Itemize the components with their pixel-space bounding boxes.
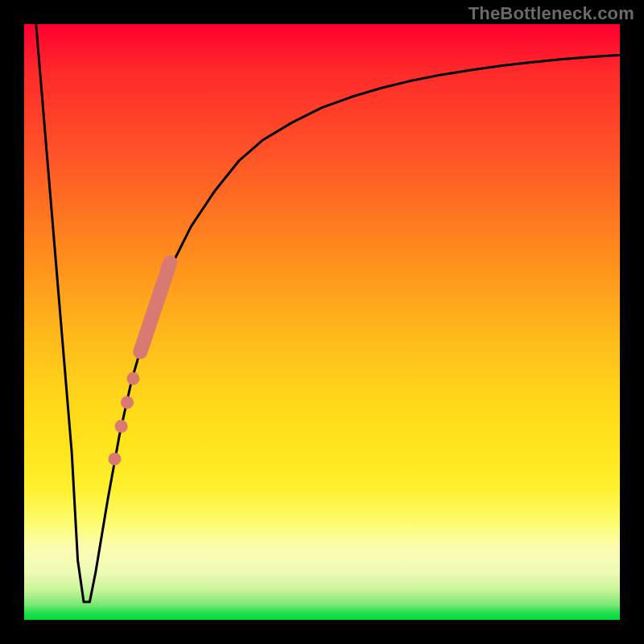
marker-segment [140, 262, 170, 352]
chart-stage: TheBottleneck.com [0, 0, 644, 644]
marker-dot-3 [115, 420, 128, 433]
marker-dot-2 [121, 396, 134, 409]
curve-layer [24, 24, 620, 620]
bottleneck-curve-path [36, 24, 620, 602]
plot-area [24, 24, 620, 620]
marker-dot-4 [109, 452, 122, 465]
marker-dot-1 [126, 372, 139, 385]
watermark-text: TheBottleneck.com [469, 3, 634, 24]
